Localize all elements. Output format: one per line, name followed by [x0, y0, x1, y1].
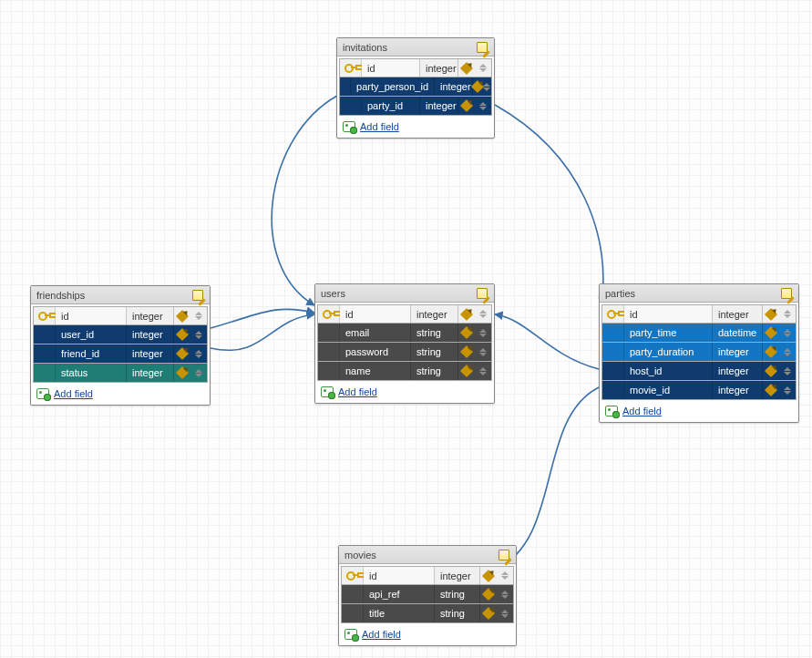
- table-parties[interactable]: parties idintegerparty_timedatetimeparty…: [599, 283, 799, 423]
- edit-column-icon[interactable]: [763, 324, 779, 342]
- relationship-connector[interactable]: [211, 309, 314, 328]
- edit-column-icon[interactable]: [174, 307, 190, 324]
- table-header[interactable]: parties: [600, 284, 798, 303]
- table-header[interactable]: users: [315, 284, 494, 303]
- column-row[interactable]: user_idinteger: [33, 325, 208, 344]
- column-row[interactable]: namestring: [317, 362, 492, 381]
- column-row[interactable]: idinteger: [339, 58, 492, 77]
- reorder-column-icon[interactable]: [475, 343, 491, 361]
- reorder-column-icon[interactable]: [779, 305, 796, 323]
- table-header[interactable]: movies: [339, 546, 516, 564]
- edit-column-icon[interactable]: [174, 364, 190, 382]
- edit-column-icon[interactable]: [458, 324, 475, 342]
- column-icon: [340, 97, 362, 115]
- column-row[interactable]: party_durationinteger: [601, 343, 797, 362]
- edit-column-icon[interactable]: [763, 381, 779, 399]
- reorder-column-icon[interactable]: [190, 325, 207, 344]
- edit-column-icon[interactable]: [763, 305, 779, 323]
- column-name: status: [56, 364, 127, 382]
- column-type: integer: [420, 59, 458, 77]
- edit-column-icon[interactable]: [458, 305, 475, 323]
- reorder-column-icon[interactable]: [475, 59, 491, 77]
- table-header[interactable]: invitations: [337, 38, 494, 57]
- add-field-row[interactable]: Add field: [337, 118, 494, 138]
- edit-table-icon[interactable]: [780, 287, 793, 300]
- add-field-row[interactable]: Add field: [339, 625, 516, 645]
- edit-column-icon[interactable]: [458, 97, 475, 115]
- reorder-column-icon[interactable]: [497, 567, 513, 584]
- relationship-connector[interactable]: [211, 314, 314, 350]
- reorder-column-icon[interactable]: [190, 307, 207, 324]
- add-field-icon: [321, 386, 334, 397]
- edit-column-icon[interactable]: [174, 325, 190, 344]
- column-row[interactable]: friend_idinteger: [33, 344, 208, 364]
- add-field-link[interactable]: Add field: [622, 406, 662, 416]
- edit-column-icon[interactable]: [480, 585, 497, 603]
- table-body: idintegeruser_idintegerfriend_idintegers…: [31, 304, 210, 385]
- edit-column-icon[interactable]: [174, 344, 190, 363]
- reorder-column-icon[interactable]: [475, 362, 491, 380]
- column-icon: [318, 362, 340, 380]
- table-movies[interactable]: movies idintegerapi_refstringtitlestring…: [338, 545, 517, 646]
- reorder-column-icon[interactable]: [779, 324, 796, 342]
- table-body: idintegerapi_refstringtitlestring: [339, 564, 516, 625]
- column-row[interactable]: emailstring: [317, 324, 492, 343]
- column-row[interactable]: titlestring: [341, 604, 514, 623]
- column-row[interactable]: movie_idinteger: [601, 381, 797, 400]
- relationship-connector[interactable]: [495, 314, 599, 369]
- table-body: idintegeremailstringpasswordstringnamest…: [315, 303, 494, 383]
- table-invitations[interactable]: invitations idintegerparty_person_idinte…: [336, 37, 495, 139]
- edit-column-icon[interactable]: [480, 604, 497, 622]
- table-friendships[interactable]: friendships idintegeruser_idintegerfrien…: [30, 285, 211, 406]
- edit-column-icon[interactable]: [458, 343, 475, 361]
- reorder-column-icon[interactable]: [497, 604, 513, 622]
- column-name: host_id: [624, 362, 713, 380]
- column-row[interactable]: idinteger: [341, 566, 514, 585]
- add-field-row[interactable]: Add field: [315, 383, 494, 403]
- table-users[interactable]: users idintegeremailstringpasswordstring…: [314, 283, 495, 404]
- relationship-connector[interactable]: [272, 96, 337, 305]
- column-row[interactable]: statusinteger: [33, 364, 208, 383]
- add-field-link[interactable]: Add field: [54, 388, 93, 399]
- add-field-row[interactable]: Add field: [600, 402, 798, 422]
- edit-table-icon[interactable]: [476, 287, 488, 300]
- column-row[interactable]: party_idinteger: [339, 97, 492, 116]
- add-field-link[interactable]: Add field: [362, 629, 401, 640]
- column-type: string: [411, 324, 458, 342]
- reorder-column-icon[interactable]: [475, 305, 491, 323]
- column-name: name: [340, 362, 411, 380]
- edit-column-icon[interactable]: [458, 59, 475, 77]
- reorder-column-icon[interactable]: [190, 364, 207, 382]
- add-field-row[interactable]: Add field: [31, 385, 210, 405]
- add-field-link[interactable]: Add field: [338, 386, 377, 397]
- column-row[interactable]: idinteger: [317, 304, 492, 324]
- column-row[interactable]: idinteger: [33, 306, 208, 325]
- column-row[interactable]: host_idinteger: [601, 362, 797, 381]
- edit-column-icon[interactable]: [763, 362, 779, 380]
- column-row[interactable]: idinteger: [601, 304, 797, 324]
- reorder-column-icon[interactable]: [190, 344, 207, 363]
- table-header[interactable]: friendships: [31, 286, 210, 304]
- column-row[interactable]: passwordstring: [317, 343, 492, 362]
- reorder-column-icon[interactable]: [475, 324, 491, 342]
- column-row[interactable]: party_person_idinteger: [339, 77, 492, 97]
- edit-table-icon[interactable]: [191, 289, 204, 302]
- reorder-column-icon[interactable]: [779, 381, 796, 399]
- edit-table-icon[interactable]: [498, 549, 510, 561]
- column-row[interactable]: api_refstring: [341, 585, 514, 604]
- edit-column-icon[interactable]: [763, 343, 779, 361]
- column-name: party_duration: [624, 343, 713, 361]
- edit-column-icon[interactable]: [480, 567, 497, 584]
- reorder-column-icon[interactable]: [475, 97, 491, 115]
- reorder-column-icon[interactable]: [497, 585, 513, 603]
- column-name: id: [362, 59, 420, 77]
- edit-table-icon[interactable]: [476, 41, 488, 54]
- reorder-column-icon[interactable]: [779, 362, 796, 380]
- reorder-column-icon[interactable]: [779, 343, 796, 361]
- add-field-link[interactable]: Add field: [360, 121, 399, 132]
- edit-column-icon[interactable]: [473, 77, 482, 96]
- relationship-connector[interactable]: [495, 105, 603, 305]
- column-row[interactable]: party_timedatetime: [601, 324, 797, 343]
- relationship-connector[interactable]: [496, 387, 599, 570]
- edit-column-icon[interactable]: [458, 362, 475, 380]
